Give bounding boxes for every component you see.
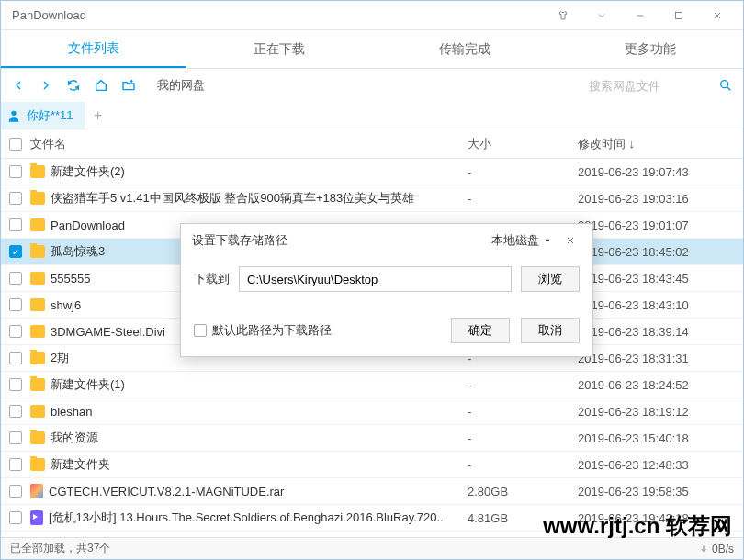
- disk-selector[interactable]: 本地磁盘: [491, 232, 559, 249]
- svg-point-1: [721, 81, 728, 88]
- file-date: 2019-06-23 19:07:43: [578, 165, 743, 179]
- file-size: -: [468, 192, 578, 206]
- maximize-button[interactable]: [660, 3, 697, 28]
- file-date: 2019-06-23 18:43:10: [578, 298, 743, 312]
- file-name: 2期: [51, 350, 69, 366]
- file-row[interactable]: 新建文件夹(2)-2019-06-23 19:07:43: [1, 159, 743, 185]
- download-to-label: 下载到: [194, 271, 230, 287]
- cancel-button[interactable]: 取消: [521, 318, 580, 343]
- folder-icon: [30, 431, 45, 444]
- file-row[interactable]: [危机13小时].13.Hours.The.Secret.Soldiers.of…: [1, 505, 743, 532]
- file-size: -: [468, 458, 578, 472]
- tab-file-list[interactable]: 文件列表: [1, 30, 186, 68]
- dialog-close-button[interactable]: [559, 230, 581, 252]
- file-row[interactable]: 我的资源-2019-06-23 15:40:18: [1, 425, 743, 452]
- folder-icon: [30, 272, 45, 285]
- file-name: CGTECH.VERICUT.V8.2.1-MAGNiTUDE.rar: [49, 485, 284, 498]
- row-checkbox[interactable]: [9, 218, 22, 231]
- header-size[interactable]: 大小: [468, 136, 578, 152]
- forward-button[interactable]: [32, 72, 60, 99]
- row-checkbox[interactable]: [9, 405, 22, 418]
- folder-icon: [30, 352, 45, 364]
- row-checkbox[interactable]: [9, 298, 22, 311]
- file-size: -: [468, 378, 578, 392]
- back-button[interactable]: [5, 72, 32, 99]
- breadcrumb[interactable]: 我的网盘: [142, 77, 583, 94]
- status-text: 已全部加载，共37个: [10, 541, 699, 556]
- file-icon: [30, 484, 43, 498]
- browse-button[interactable]: 浏览: [521, 266, 580, 292]
- default-path-label: 默认此路径为下载路径: [212, 322, 332, 339]
- file-name: 3DMGAME-Steel.Divi: [51, 325, 165, 339]
- row-checkbox[interactable]: [9, 458, 22, 471]
- file-size: -: [468, 405, 578, 419]
- search-input[interactable]: [583, 73, 712, 97]
- row-checkbox[interactable]: [9, 352, 22, 364]
- file-size: 4.81GB: [468, 511, 578, 525]
- row-checkbox[interactable]: [9, 431, 22, 444]
- search-icon[interactable]: [712, 72, 739, 99]
- file-size: -: [468, 165, 578, 179]
- folder-icon: [30, 218, 45, 231]
- chevron-down-icon: [543, 236, 552, 245]
- row-checkbox[interactable]: [9, 378, 22, 391]
- file-name: 我的资源: [51, 430, 98, 446]
- add-user-button[interactable]: +: [85, 107, 112, 124]
- download-path-dialog: 设置下载存储路径 本地磁盘 下载到 浏览 默认此路径为下载路径 确定 取消: [180, 223, 593, 357]
- file-row[interactable]: bieshan-2019-06-23 18:19:12: [1, 398, 743, 425]
- folder-icon: [30, 298, 45, 311]
- file-name: 555555: [51, 272, 90, 286]
- file-row[interactable]: 新建文件夹(1)-2019-06-23 18:24:52: [1, 372, 743, 398]
- new-folder-button[interactable]: [115, 72, 142, 99]
- tab-downloading[interactable]: 正在下载: [186, 30, 372, 68]
- file-date: 2019-06-23 19:42:18: [578, 511, 743, 525]
- folder-icon: [30, 245, 45, 258]
- file-row[interactable]: 侠盗猎车手5 v1.41中国风终极版 整合版900辆真车+183位美女与英雄-2…: [1, 185, 743, 212]
- file-row[interactable]: CGTECH.VERICUT.V8.2.1-MAGNiTUDE.rar2.80G…: [1, 478, 743, 505]
- row-checkbox[interactable]: [9, 245, 22, 258]
- download-arrow-icon: [699, 544, 708, 554]
- user-tab[interactable]: 你好**11: [1, 102, 85, 129]
- file-name: bieshan: [51, 405, 93, 419]
- row-checkbox[interactable]: [9, 192, 22, 205]
- file-date: 2019-06-23 15:40:18: [578, 431, 743, 445]
- folder-icon: [30, 405, 45, 418]
- titlebar: PanDownload: [1, 1, 743, 30]
- refresh-button[interactable]: [60, 72, 87, 99]
- tab-more[interactable]: 更多功能: [558, 30, 743, 68]
- folder-icon: [30, 165, 45, 178]
- download-path-input[interactable]: [239, 266, 512, 292]
- row-checkbox[interactable]: [9, 272, 22, 285]
- file-date: 2019-06-23 18:24:52: [578, 378, 743, 392]
- home-button[interactable]: [87, 72, 115, 99]
- row-checkbox[interactable]: [9, 485, 22, 498]
- file-date: 2019-06-23 18:45:02: [578, 245, 743, 259]
- shirt-icon[interactable]: [545, 3, 581, 28]
- file-size: -: [468, 431, 578, 445]
- folder-icon: [30, 458, 45, 471]
- dialog-title: 设置下载存储路径: [192, 232, 491, 249]
- tab-completed[interactable]: 传输完成: [372, 30, 558, 68]
- user-icon: [6, 108, 21, 123]
- file-date: 2019-06-23 19:58:35: [578, 485, 743, 498]
- select-all-checkbox[interactable]: [9, 138, 22, 151]
- file-date: 2019-06-23 18:31:31: [578, 352, 743, 365]
- svg-rect-0: [676, 12, 682, 18]
- app-title: PanDownload: [8, 8, 545, 22]
- header-date[interactable]: 修改时间 ↓: [578, 136, 743, 152]
- minimize-button[interactable]: [622, 3, 659, 28]
- main-tabs: 文件列表 正在下载 传输完成 更多功能: [1, 30, 743, 69]
- file-name: shwj6: [51, 298, 81, 312]
- close-button[interactable]: [699, 3, 736, 28]
- ok-button[interactable]: 确定: [451, 318, 510, 343]
- file-row[interactable]: 新建文件夹-2019-06-23 12:48:33: [1, 452, 743, 478]
- row-checkbox[interactable]: [9, 165, 22, 178]
- default-path-checkbox[interactable]: [194, 324, 207, 337]
- row-checkbox[interactable]: [9, 511, 22, 524]
- header-name[interactable]: 文件名: [30, 136, 468, 152]
- row-checkbox[interactable]: [9, 325, 22, 338]
- toolbar: 我的网盘: [1, 69, 743, 102]
- dropdown-icon[interactable]: [583, 3, 620, 28]
- folder-icon: [30, 192, 45, 205]
- user-tab-row: 你好**11 +: [1, 102, 743, 129]
